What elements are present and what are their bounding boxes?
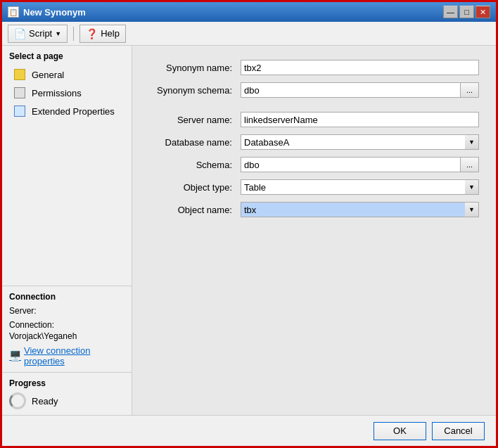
server-name-label: Server name:: [149, 115, 241, 125]
server-label: Server:: [9, 306, 124, 316]
sidebar-item-label-general: General: [32, 70, 64, 80]
progress-section: Progress Ready: [2, 372, 132, 415]
sidebar-item-general[interactable]: General: [2, 65, 132, 84]
content-area: Select a page General Permissions Extend…: [2, 46, 496, 415]
schema-group: Schema: ...: [149, 157, 479, 172]
footer: OK Cancel: [2, 415, 496, 446]
object-name-wrapper: tbx ▼: [241, 202, 479, 217]
synonym-schema-label: Synonym schema:: [149, 85, 241, 96]
sidebar-item-permissions[interactable]: Permissions: [2, 84, 132, 102]
script-label: Script: [29, 28, 52, 39]
general-icon: [13, 68, 26, 81]
sidebar: Select a page General Permissions Extend…: [2, 46, 132, 415]
connection-section: Connection Server: Connection: Vorojack\…: [2, 286, 132, 372]
toolbar-divider: [73, 27, 74, 41]
title-buttons: — □ ✕: [443, 6, 490, 18]
title-bar: 📋 New Synonym — □ ✕: [2, 2, 496, 22]
server-name-input[interactable]: [241, 112, 479, 127]
progress-spinner: [9, 392, 26, 409]
schema-wrapper: ...: [241, 157, 479, 172]
database-name-wrapper: DatabaseA master tempdb msdb ▼: [241, 134, 479, 150]
sidebar-item-label-permissions: Permissions: [32, 88, 82, 98]
form-separator-1: [149, 105, 479, 112]
cancel-button[interactable]: Cancel: [432, 422, 485, 440]
window-icon: 📋: [8, 6, 19, 18]
synonym-name-input[interactable]: [241, 60, 479, 75]
script-icon: 📄: [14, 28, 26, 39]
sidebar-item-label-extprops: Extended Properties: [32, 106, 115, 117]
minimize-button[interactable]: —: [443, 6, 458, 18]
object-type-group: Object type: Table View Stored Procedure…: [149, 179, 479, 195]
schema-browse-button[interactable]: ...: [461, 157, 479, 172]
synonym-name-group: Synonym name:: [149, 60, 479, 75]
synonym-schema-group: Synonym schema: ...: [149, 82, 479, 98]
window-title: New Synonym: [23, 7, 86, 18]
script-dropdown-icon: ▼: [55, 30, 61, 37]
progress-status: Ready: [32, 396, 58, 407]
object-type-wrapper: Table View Stored Procedure Function ▼: [241, 179, 479, 195]
synonym-name-label: Synonym name:: [149, 63, 241, 73]
title-bar-left: 📋 New Synonym: [8, 6, 86, 18]
permissions-icon: [13, 87, 26, 99]
schema-input[interactable]: [241, 157, 461, 172]
object-name-label: Object name:: [149, 205, 241, 215]
help-button[interactable]: ❓ Help: [79, 25, 126, 43]
object-name-select[interactable]: tbx: [241, 202, 479, 217]
progress-content: Ready: [9, 392, 124, 409]
toolbar: 📄 Script ▼ ❓ Help: [2, 22, 496, 46]
sidebar-item-extended-properties[interactable]: Extended Properties: [2, 102, 132, 120]
synonym-schema-browse-button[interactable]: ...: [461, 82, 479, 98]
progress-title: Progress: [9, 378, 124, 388]
main-panel: Synonym name: Synonym schema: ... Server…: [132, 46, 496, 415]
connection-title: Connection: [9, 292, 124, 302]
close-button[interactable]: ✕: [475, 6, 490, 18]
help-icon: ❓: [86, 28, 98, 39]
connection-label: Connection:: [9, 320, 124, 330]
object-type-select[interactable]: Table View Stored Procedure Function: [241, 179, 479, 195]
database-name-select[interactable]: DatabaseA master tempdb msdb: [241, 134, 479, 150]
object-type-label: Object type:: [149, 182, 241, 193]
database-name-group: Database name: DatabaseA master tempdb m…: [149, 134, 479, 150]
server-name-group: Server name:: [149, 112, 479, 127]
synonym-schema-input[interactable]: [241, 82, 461, 98]
script-button[interactable]: 📄 Script ▼: [8, 25, 68, 43]
ok-button[interactable]: OK: [374, 422, 426, 440]
help-label: Help: [101, 28, 120, 39]
connection-link-icon: 🖥️: [9, 350, 21, 361]
database-name-label: Database name:: [149, 137, 241, 148]
maximize-button[interactable]: □: [459, 6, 474, 18]
synonym-schema-wrapper: ...: [241, 82, 479, 98]
connection-link-label: View connection properties: [24, 345, 124, 366]
object-name-group: Object name: tbx ▼: [149, 202, 479, 217]
new-synonym-window: 📋 New Synonym — □ ✕ 📄 Script ▼ ❓ Help Se…: [0, 0, 498, 448]
schema-label: Schema:: [149, 160, 241, 170]
view-connection-link[interactable]: 🖥️ View connection properties: [9, 345, 124, 366]
connection-value: Vorojack\Yeganeh: [9, 331, 124, 341]
extended-properties-icon: [13, 105, 26, 117]
sidebar-spacer: [2, 120, 132, 286]
sidebar-title: Select a page: [2, 46, 132, 65]
